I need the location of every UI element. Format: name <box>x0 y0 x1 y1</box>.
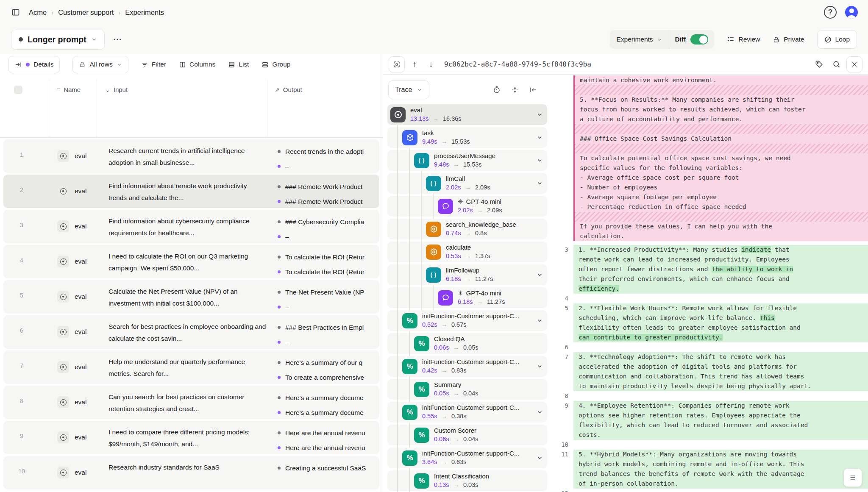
percent-icon: % <box>414 428 429 443</box>
chevron-down-icon[interactable] <box>537 157 543 164</box>
close-panel-button[interactable] <box>846 56 862 72</box>
collapse-left-icon[interactable] <box>529 86 537 94</box>
chevron-down-icon[interactable] <box>537 455 543 461</box>
list-icon <box>228 61 235 68</box>
details-button[interactable]: Details <box>8 56 60 73</box>
output-cell: Here are the annual revenuHere are the a… <box>278 427 378 457</box>
trace-tree-node[interactable]: %Closed QA0.06s→0.05s <box>387 333 547 354</box>
output-bullet <box>278 291 281 294</box>
chevron-down-icon[interactable] <box>537 363 543 370</box>
filter-button[interactable]: Filter <box>141 61 166 68</box>
loop-button[interactable]: Loop <box>817 30 857 49</box>
private-button[interactable]: Private <box>773 36 804 43</box>
trace-tree-node[interactable]: %Summary0.05s→0.04s <box>387 379 547 400</box>
hexagon-tool-icon <box>426 222 441 237</box>
more-options-button[interactable]: ⋯ <box>111 34 124 44</box>
trace-tree-node[interactable]: search_knowledge_base0.74s→0.8s <box>387 219 547 239</box>
experiment-selector[interactable]: Longer prompt <box>11 30 105 50</box>
table-row[interactable]: 7evalHelp me understand our quarterly pe… <box>3 350 379 384</box>
trace-tree-node[interactable]: ✳GPT-4o mini2.02s→2.09s <box>387 196 547 217</box>
output-line: ### Best Practices in Empl <box>278 322 378 333</box>
tag-icon[interactable] <box>812 57 826 72</box>
all-rows-dropdown[interactable]: All rows <box>72 56 128 73</box>
diff-added-line: 3. **Technology Adoption**: The shift to… <box>573 352 868 362</box>
diff-toggle[interactable] <box>690 34 708 44</box>
trace-tree-node[interactable]: %Intent Classification0.13s→0.03s <box>387 470 547 491</box>
span-timings: 0.13s→0.03s <box>434 481 543 489</box>
output-line: Here are the annual revenu <box>278 427 378 439</box>
diff-line-number: 7 <box>551 352 573 391</box>
table-row[interactable]: 4evalI need to calculate the ROI on our … <box>3 245 379 278</box>
breadcrumb-project[interactable]: Customer support <box>58 8 114 17</box>
help-icon[interactable]: ? <box>824 6 837 19</box>
columns-button[interactable]: Columns <box>179 61 215 68</box>
eval-icon <box>57 361 69 373</box>
trace-tree-node[interactable]: %initFunction-Customer support-C...3.64s… <box>387 448 547 468</box>
trace-tree-node[interactable]: eval13.13s→16.36s <box>387 104 547 125</box>
diff-added-content <box>573 294 868 303</box>
diff-added-content: 1. **Increased Productivity**: Many stud… <box>573 245 868 294</box>
breadcrumb-section[interactable]: Experiments <box>125 8 164 17</box>
collapse-vertical-icon[interactable] <box>511 86 519 94</box>
duration-value: 3.64s <box>422 458 437 466</box>
tree-guide <box>414 287 426 308</box>
column-header-input[interactable]: ⌄Input <box>105 86 128 93</box>
chevron-down-icon[interactable] <box>537 111 543 118</box>
trace-tree-node[interactable]: calculate0.53s→1.37s <box>387 242 547 262</box>
trace-tree-node[interactable]: %initFunction-Customer support-C...0.42s… <box>387 356 547 377</box>
group-button[interactable]: Group <box>262 61 290 68</box>
review-label: Review <box>738 36 760 43</box>
expand-trace-button[interactable] <box>389 56 405 72</box>
name-cell: eval <box>57 291 86 303</box>
column-header-output[interactable]: ↗Output <box>275 86 302 93</box>
output-bullet <box>278 467 281 470</box>
table-row[interactable]: 6evalSearch for best practices in employ… <box>3 315 379 349</box>
search-icon[interactable] <box>829 57 843 72</box>
tree-guide <box>402 287 414 308</box>
timer-icon[interactable] <box>493 86 501 94</box>
trace-tree-node[interactable]: %initFunction-Customer support-C...0.52s… <box>387 310 547 331</box>
output-bullet <box>278 446 281 449</box>
target-icon <box>60 399 67 406</box>
chevron-down-icon[interactable] <box>537 180 543 186</box>
menu-icon[interactable]: ≡ <box>843 468 862 487</box>
diff-pane: maintain a cohesive work environment.5. … <box>551 75 868 492</box>
table-row[interactable]: 8evalCan you search for best practices o… <box>3 386 379 419</box>
table-row[interactable]: 5evalCalculate the Net Present Value (NP… <box>3 280 379 314</box>
arrow-icon: → <box>441 138 447 146</box>
sidebar-toggle-icon[interactable] <box>10 7 21 18</box>
table-row[interactable]: 10evalResearch industry standards for Sa… <box>3 456 379 489</box>
trace-view-dropdown[interactable]: Trace <box>388 81 429 99</box>
diff-added-row: 6 <box>551 342 868 352</box>
chevron-down-icon[interactable] <box>537 134 543 141</box>
table-row[interactable]: 9evalI need to compare three different p… <box>3 421 379 454</box>
table-row[interactable]: 3evalFind information about cybersecurit… <box>3 210 379 243</box>
list-button[interactable]: List <box>228 61 249 68</box>
chevron-down-icon[interactable] <box>537 272 543 278</box>
select-all-checkbox[interactable] <box>14 86 22 94</box>
output-bullet <box>278 150 281 153</box>
column-header-name[interactable]: ≡Name <box>57 86 81 93</box>
diff-added-line: to maintain productivity levels despite … <box>573 381 868 391</box>
trace-tree-node[interactable]: ()processUserMessage9.48s→15.53s <box>387 150 547 171</box>
chevron-down-icon[interactable] <box>537 409 543 415</box>
experiments-dropdown[interactable]: Experiments <box>610 30 669 49</box>
trace-tree-node[interactable]: %Custom Scorer0.06s→0.04s <box>387 425 547 445</box>
table-row[interactable]: 1evalResearch current trends in artifici… <box>3 139 379 173</box>
breadcrumb-org[interactable]: Acme <box>29 8 47 17</box>
trace-tree-node[interactable]: task9.49s→15.53s <box>387 127 547 148</box>
previous-row-button[interactable]: ↑ <box>408 58 421 71</box>
table-row[interactable]: 2evalFind information about remote work … <box>3 175 379 208</box>
avatar[interactable] <box>845 6 858 19</box>
trace-tree-node[interactable]: ()llmFollowup6.18s→11.27s <box>387 264 547 285</box>
review-button[interactable]: Review <box>727 36 760 43</box>
trace-tree-node[interactable]: ()llmCall2.02s→2.09s <box>387 173 547 194</box>
trace-tree-node[interactable]: %initFunction-Customer support-C...0.55s… <box>387 402 547 423</box>
trace-id: 9c062bc2-a8c7-4a88-9749-5cf840f3c9ba <box>444 60 591 68</box>
trace-tree-node[interactable]: ✳GPT-4o mini6.18s→11.27s <box>387 287 547 308</box>
span-info: initFunction-Customer support-C...3.64s→… <box>422 449 533 467</box>
diff-added-line: communication and collaboration. This tr… <box>573 372 868 381</box>
chevron-down-icon[interactable] <box>537 317 543 324</box>
diff-added-row: 10 <box>551 440 868 450</box>
next-row-button[interactable]: ↓ <box>424 58 438 71</box>
